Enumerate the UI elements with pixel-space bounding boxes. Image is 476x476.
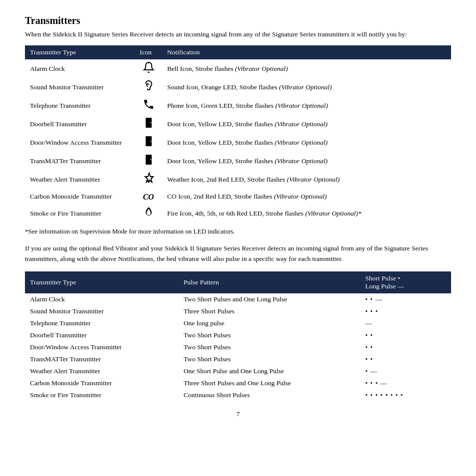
- table-row: Doorbell TransmitterTwo Short Pulses• •: [25, 329, 451, 341]
- table-row: Smoke or Fire Transmitter Fire Icon, 4th…: [25, 204, 451, 223]
- transmitter-icon: [135, 133, 162, 152]
- pulse-symbol: —: [360, 317, 451, 329]
- pulse-transmitter-type: TransMATTer Transmitter: [25, 353, 179, 365]
- transmitter-type: Telephone Transmitter: [25, 96, 135, 115]
- table-row: Carbon Monoxide TransmitterCOCO Icon, 2n…: [25, 189, 451, 204]
- table-row: Alarm Clock Bell Icon, Strobe flashes (V…: [25, 59, 451, 78]
- pulse-pattern: One Short Pulse and One Long Pulse: [179, 365, 360, 377]
- pulse-transmitter-type: Telephone Transmitter: [25, 317, 179, 329]
- pulse-pattern: Two Short Pulses and One Long Pulse: [179, 293, 360, 305]
- pulse-transmitter-type: Carbon Monoxide Transmitter: [25, 377, 179, 389]
- pulse-symbol: • • • —: [360, 377, 451, 389]
- transmitter-notification: Door Icon, Yellow LED, Strobe flashes (V…: [162, 115, 451, 133]
- table-row: Door/Window Access TransmitterTwo Short …: [25, 341, 451, 353]
- pulse-transmitter-type: Weather Alert Transmitter: [25, 365, 179, 377]
- transmitter-notification: Sound Icon, Orange LED, Strobe flashes (…: [162, 78, 451, 96]
- transmitter-type: Sound Monitor Transmitter: [25, 78, 135, 96]
- transmitter-table-1: Transmitter Type Icon Notification Alarm…: [25, 45, 451, 223]
- pulse-transmitter-type: Doorbell Transmitter: [25, 329, 179, 341]
- transmitter-type: Carbon Monoxide Transmitter: [25, 189, 135, 204]
- table-row: Telephone Transmitter Phone Icon, Green …: [25, 96, 451, 115]
- page-title: Transmitters: [25, 15, 451, 26]
- pulse-col-pattern: Pulse Pattern: [179, 271, 360, 293]
- svg-point-4: [150, 141, 151, 142]
- pulse-symbol: • •: [360, 353, 451, 365]
- table-row: TransMATTer Transmitter Door Icon, Yello…: [25, 152, 451, 170]
- svg-point-6: [150, 159, 151, 160]
- pulse-symbol: • • —: [360, 293, 451, 305]
- pulse-pattern: Two Short Pulses: [179, 341, 360, 353]
- pulse-pattern: Two Short Pulses: [179, 329, 360, 341]
- transmitter-icon: CO: [135, 189, 162, 204]
- transmitter-notification: Fire Icon, 4th, 5th, or 6th Red LED, Str…: [162, 204, 451, 223]
- table-row: Doorbell Transmitter Door Icon, Yellow L…: [25, 115, 451, 133]
- pulse-pattern: One long pulse: [179, 317, 360, 329]
- transmitter-type: Alarm Clock: [25, 59, 135, 78]
- transmitter-notification: CO Icon, 2nd Red LED, Strobe flashes (Vi…: [162, 189, 451, 204]
- col-header-type: Transmitter Type: [25, 45, 135, 59]
- table-row: Sound Monitor Transmitter Sound Icon, Or…: [25, 78, 451, 96]
- transmitter-notification: Phone Icon, Green LED, Strobe flashes (V…: [162, 96, 451, 115]
- col-header-notification: Notification: [162, 45, 451, 59]
- table-row: Alarm ClockTwo Short Pulses and One Long…: [25, 293, 451, 305]
- transmitter-type: Door/Window Access Transmitter: [25, 133, 135, 152]
- pulse-transmitter-type: Sound Monitor Transmitter: [25, 305, 179, 317]
- table-row: Carbon Monoxide TransmitterThree Short P…: [25, 377, 451, 389]
- pulse-pattern: Two Short Pulses: [179, 353, 360, 365]
- pulse-pattern: Continuous Short Pulses: [179, 389, 360, 401]
- pulse-table: Transmitter Type Pulse Pattern Short Pul…: [25, 271, 451, 401]
- pulse-symbol: • •: [360, 329, 451, 341]
- between-text: If you are using the optional Bed Vibrat…: [25, 243, 451, 264]
- table-row: Door/Window Access Transmitter Door Icon…: [25, 133, 451, 152]
- transmitter-icon: [135, 78, 162, 96]
- transmitter-type: TransMATTer Transmitter: [25, 152, 135, 170]
- transmitter-notification: Weather Icon, 2nd Red LED, Strobe flashe…: [162, 170, 451, 189]
- pulse-pattern: Three Short Pulses and One Long Pulse: [179, 377, 360, 389]
- table-row: TransMATTer TransmitterTwo Short Pulses•…: [25, 353, 451, 365]
- pulse-symbol: • • • • • • • •: [360, 389, 451, 401]
- transmitter-notification: Door Icon, Yellow LED, Strobe flashes (V…: [162, 133, 451, 152]
- transmitter-icon: [135, 96, 162, 115]
- col-header-icon: Icon: [135, 45, 162, 59]
- transmitter-icon: [135, 170, 162, 189]
- pulse-transmitter-type: Smoke or Fire Transmitter: [25, 389, 179, 401]
- transmitter-type: Weather Alert Transmitter: [25, 170, 135, 189]
- transmitter-icon: [135, 152, 162, 170]
- transmitter-icon: [135, 115, 162, 133]
- pulse-symbol: • • •: [360, 305, 451, 317]
- pulse-symbol: • —: [360, 365, 451, 377]
- table-row: Telephone TransmitterOne long pulse—: [25, 317, 451, 329]
- transmitter-icon: [135, 204, 162, 223]
- pulse-pattern: Three Short Pulses: [179, 305, 360, 317]
- intro-text: When the Sidekick II Signature Series Re…: [25, 29, 451, 39]
- pulse-col-symbol: Short Pulse • Long Pulse —: [360, 271, 451, 293]
- svg-point-2: [150, 122, 151, 123]
- transmitter-icon: [135, 59, 162, 78]
- transmitter-notification: Door Icon, Yellow LED, Strobe flashes (V…: [162, 152, 451, 170]
- transmitter-type: Doorbell Transmitter: [25, 115, 135, 133]
- pulse-symbol: • •: [360, 341, 451, 353]
- page-number: 7: [25, 410, 451, 418]
- table-row: Weather Alert TransmitterOne Short Pulse…: [25, 365, 451, 377]
- pulse-transmitter-type: Door/Window Access Transmitter: [25, 341, 179, 353]
- pulse-col-type: Transmitter Type: [25, 271, 179, 293]
- transmitter-notification: Bell Icon, Strobe flashes (Vibrator Opti…: [162, 59, 451, 78]
- table-row: Weather Alert Transmitter Weather Icon, …: [25, 170, 451, 189]
- footnote: *See information on Supervision Mode for…: [25, 228, 451, 236]
- transmitter-type: Smoke or Fire Transmitter: [25, 204, 135, 223]
- table-row: Smoke or Fire TransmitterContinuous Shor…: [25, 389, 451, 401]
- table-row: Sound Monitor TransmitterThree Short Pul…: [25, 305, 451, 317]
- pulse-transmitter-type: Alarm Clock: [25, 293, 179, 305]
